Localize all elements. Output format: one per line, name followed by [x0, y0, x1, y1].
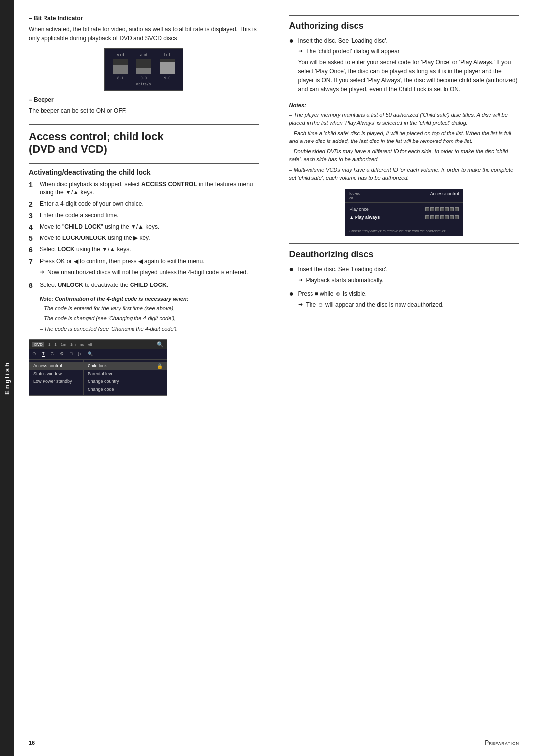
- play-once-dots: [425, 207, 459, 211]
- page-number: 16: [29, 740, 35, 746]
- note-r-1: – The player memory maintains a list of …: [289, 111, 520, 127]
- bullet-dot-d1: ●: [289, 265, 294, 274]
- play-always-label: ▲ Play always: [349, 215, 380, 220]
- bitrate-display: vid aud tot 8.1 0.0 9.0 mbits/s: [104, 48, 183, 91]
- bit-rate-body: When activated, the bit rate for video, …: [29, 25, 259, 43]
- play-always-row: ▲ Play always: [349, 215, 459, 220]
- locked-label: lockedcd: [349, 191, 360, 200]
- access-header: lockedcd Access control: [345, 189, 463, 203]
- access-body: Play once ▲ Play always: [345, 203, 463, 227]
- bullet-dot-d2: ●: [289, 289, 294, 298]
- menu-right-col: Child lock 🔒 Parental level Change count…: [84, 360, 167, 395]
- menu-icon-display: □: [70, 351, 72, 357]
- access-screenshot: lockedcd Access control Play once: [345, 189, 463, 236]
- bit-rate-section: – Bit Rate Indicator When activated, the…: [29, 15, 259, 43]
- note-item-1: – The code is entered for the very first…: [40, 304, 259, 313]
- sidebar-label: English: [3, 361, 11, 395]
- note-r-3: – Double sided DVDs may have a different…: [289, 147, 520, 164]
- dvd-badge: DVD: [32, 342, 44, 347]
- footer-section-label: Preparation: [485, 739, 519, 746]
- steps-list: 1 When disc playback is stopped, select …: [29, 180, 259, 290]
- bit-rate-title: – Bit Rate Indicator: [29, 15, 259, 22]
- menu-item-power: Low Power standby: [29, 378, 83, 385]
- note-block: Note: Confirmation of the 4-digit code i…: [40, 295, 259, 332]
- play-once-row: Play once: [349, 207, 459, 212]
- step-2: 2 Enter a 4-digit code of your own choic…: [29, 200, 259, 209]
- menu-icon-search: 🔍: [88, 351, 93, 357]
- note-label: Note: Confirmation of the 4-digit code i…: [40, 295, 259, 303]
- beeper-section: – Beeper The beeper can be set to ON or …: [29, 96, 259, 115]
- menu-icon-disc: ⊙: [32, 351, 36, 357]
- deauth-heading: Deauthorizing discs: [289, 243, 520, 260]
- note-r-2: – Each time a 'child safe' disc is playe…: [289, 129, 520, 145]
- step-8: 8 Select UNLOCK to deactivate the CHILD …: [29, 281, 259, 290]
- arrow-note-7: Now unauthorized discs will not be playe…: [40, 268, 259, 277]
- bar-tot: [160, 59, 175, 74]
- menu-item-parental: Parental level: [84, 370, 167, 378]
- bitrate-footer: mbits/s: [109, 82, 179, 86]
- access-footer: Choose 'Play always' to remove the disk …: [345, 227, 463, 236]
- auth-arrow-1: The 'child protect' dialog will appear.: [298, 47, 520, 56]
- auth-heading: Authorizing discs: [289, 15, 520, 31]
- step-1: 1 When disc playback is stopped, select …: [29, 180, 259, 197]
- deauth-bullet-2-text: Press ■ while ☺ is visible.: [298, 290, 367, 297]
- menu-icon-forward: ▷: [78, 351, 82, 357]
- step-6: 6 Select LOCK using the ▼/▲ keys.: [29, 245, 259, 254]
- notes-label: Notes:: [289, 101, 520, 110]
- menu-icons: ⊙ T C ⚙ □ ▷ 🔍: [29, 349, 167, 360]
- lock-icon: 🔒: [157, 363, 163, 369]
- bullet-dot-1: ●: [289, 36, 294, 45]
- access-title: Access control: [430, 191, 459, 200]
- menu-left-col: Access control Status window Low Power s…: [29, 360, 84, 395]
- page-footer: 16 Preparation: [14, 739, 534, 746]
- sub-heading: Activating/deactivating the child lock: [29, 163, 259, 176]
- menu-item-childlock: Child lock 🔒: [84, 362, 167, 370]
- menu-item-country: Change country: [84, 378, 167, 385]
- menu-item-code: Change code: [84, 385, 167, 393]
- menu-screenshot: DVD 1 1 1m 1m no off 🔍 ⊙ T C ⚙ □ ▷ 🔍 Ac: [29, 339, 167, 396]
- beeper-title: – Beeper: [29, 96, 259, 103]
- play-always-dots: [425, 215, 459, 219]
- note-r-4: – Multi-volume VCDs may have a different…: [289, 166, 520, 182]
- deauth-bullet-2: ● Press ■ while ☺ is visible. The ☺ will…: [289, 289, 520, 311]
- menu-item-access: Access control: [29, 362, 83, 370]
- bar-aud: [136, 59, 151, 74]
- menu-top-bar: DVD 1 1 1m 1m no off 🔍: [29, 340, 167, 349]
- bitrate-bars: [109, 59, 179, 74]
- menu-icon-t: T: [42, 351, 45, 357]
- auth-body-1: You will be asked to enter your secret c…: [298, 58, 520, 94]
- right-column: Authorizing discs ● Insert the disc. See…: [274, 15, 520, 403]
- menu-body: Access control Status window Low Power s…: [29, 360, 167, 395]
- deauth-arrow-2: The ☺ will appear and the disc is now de…: [298, 300, 520, 309]
- step-5: 5 Move to LOCK/UNLOCK using the ▶ key.: [29, 234, 259, 243]
- left-column: – Bit Rate Indicator When activated, the…: [29, 15, 259, 403]
- beeper-body: The beeper can be set to ON or OFF.: [29, 106, 259, 115]
- bitrate-numbers: 8.1 0.0 9.0: [109, 76, 179, 80]
- menu-item-status: Status window: [29, 370, 83, 378]
- auth-bullet-1: ● Insert the disc. See 'Loading disc'. T…: [289, 36, 520, 97]
- main-heading: Access control; child lock (DVD and VCD): [29, 124, 259, 156]
- sidebar: English: [0, 0, 14, 756]
- bitrate-header: vid aud tot: [109, 53, 179, 57]
- step-7: 7 Press OK or ◀ to confirm, then press ◀…: [29, 257, 259, 279]
- deauth-bullet-1-text: Insert the disc. See 'Loading disc'.: [298, 266, 388, 273]
- play-once-label: Play once: [349, 207, 369, 212]
- menu-icon-settings: ⚙: [60, 351, 64, 357]
- deauth-arrow-1: Playback starts automatically.: [298, 276, 520, 284]
- auth-bullet-1-text: Insert the disc. See 'Loading disc'.: [298, 37, 388, 44]
- step-3: 3 Enter the code a second time.: [29, 211, 259, 220]
- bar-vid: [113, 59, 128, 74]
- deauth-bullet-1: ● Insert the disc. See 'Loading disc'. P…: [289, 265, 520, 286]
- menu-icon-c: C: [51, 351, 54, 357]
- note-item-2: – The code is changed (see 'Changing the…: [40, 314, 259, 323]
- note-item-3: – The code is cancelled (see 'Changing t…: [40, 325, 259, 333]
- auth-notes: Notes: – The player memory maintains a l…: [289, 101, 520, 182]
- step-4: 4 Move to "CHILD LOCK" using the ▼/▲ key…: [29, 223, 259, 232]
